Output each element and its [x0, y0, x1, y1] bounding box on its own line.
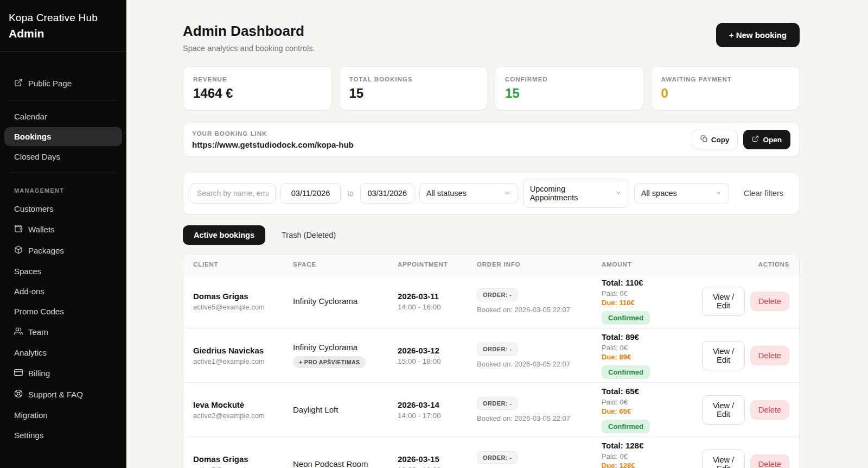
bookings-tabs: Active bookings Trash (Deleted) [183, 225, 800, 245]
column-header-order-info: ORDER INFO [477, 261, 602, 268]
sidebar-item-packages[interactable]: Packages [4, 241, 122, 261]
chevron-down-icon [610, 189, 622, 198]
stat-value: 1464 € [193, 86, 322, 101]
page-title: Admin Dashboard [183, 23, 315, 40]
delete-button[interactable]: Delete [750, 400, 789, 420]
view-edit-button[interactable]: View / Edit [702, 450, 745, 468]
brand: Kopa Creative Hub Admin [0, 0, 126, 52]
sidebar-item-label: Packages [28, 246, 64, 255]
page-subtitle: Space analytics and booking controls. [183, 44, 315, 53]
sidebar-item-bookings[interactable]: Bookings [4, 127, 122, 146]
sidebar-item-analytics[interactable]: Analytics [4, 343, 122, 362]
sidebar-item-label: Analytics [14, 348, 47, 357]
date-to-input[interactable] [360, 183, 414, 204]
space-name: Daylight Loft [293, 405, 398, 414]
wallet-icon [14, 224, 23, 235]
sidebar: Kopa Creative Hub Admin Public Page Cale… [0, 0, 126, 468]
tab-trash-deleted[interactable]: Trash (Deleted) [273, 225, 344, 245]
delete-button[interactable]: Delete [750, 346, 789, 365]
sidebar-item-customers[interactable]: Customers [4, 199, 122, 218]
stat-label: TOTAL BOOKINGS [349, 76, 478, 83]
clear-filters-button[interactable]: Clear filters [744, 189, 783, 198]
status-filter-select[interactable]: All statuses [419, 183, 518, 204]
client-email: active1@example.com [193, 357, 293, 365]
space-name: Infinity Cyclorama [293, 343, 398, 352]
sidebar-item-migration[interactable]: Migration [4, 406, 122, 425]
sidebar-item-wallets[interactable]: Wallets [4, 219, 122, 239]
sidebar-item-calendar[interactable]: Calendar [4, 107, 122, 126]
amount-paid: Paid: 0€ [602, 452, 702, 460]
delete-button[interactable]: Delete [750, 454, 789, 468]
team-icon [14, 327, 23, 337]
open-link-button[interactable]: Open [743, 130, 790, 149]
sidebar-nav: Public Page Calendar Bookings Closed Day… [0, 52, 126, 445]
client-email: active2@example.com [193, 412, 293, 420]
chevron-down-icon [499, 189, 511, 198]
chevron-down-icon [710, 189, 722, 198]
table-row: Ieva Mockutė active2@example.com Dayligh… [183, 383, 799, 437]
booked-on-text: Booked on: 2026-03-05 22:07 [477, 414, 602, 422]
client-name: Ieva Mockutė [193, 400, 293, 409]
view-edit-button[interactable]: View / Edit [702, 341, 745, 370]
sidebar-item-label: Spaces [14, 267, 41, 276]
search-input[interactable] [190, 183, 276, 204]
delete-button[interactable]: Delete [750, 292, 789, 311]
external-link-icon [752, 135, 759, 144]
management-section-label: MANAGEMENT [4, 180, 122, 199]
sidebar-item-label: Wallets [28, 225, 55, 234]
date-from-input[interactable] [280, 183, 341, 204]
space-name: Infinity Cyclorama [293, 296, 398, 306]
booked-on-text: Booked on: 2026-03-05 22:07 [477, 360, 602, 368]
sidebar-item-label: Customers [14, 204, 54, 213]
stat-card-revenue: REVENUE 1464 € [183, 66, 332, 110]
table-row: Domas Grigas active5@example.com Neon Po… [183, 437, 799, 468]
appointment-date: 2026-03-11 [398, 292, 477, 301]
status-badge: Confirmed [602, 311, 650, 325]
client-name: Domas Grigas [193, 292, 293, 301]
space-filter-select[interactable]: All spaces [634, 183, 729, 204]
sidebar-item-team[interactable]: Team [4, 322, 122, 342]
sidebar-item-promo-codes[interactable]: Promo Codes [4, 302, 122, 321]
sidebar-item-spaces[interactable]: Spaces [4, 262, 122, 281]
sidebar-item-label: Closed Days [14, 152, 60, 161]
date-range-to-label: to [346, 189, 355, 198]
sidebar-item-label: Billing [28, 369, 50, 378]
time-filter-select[interactable]: Upcoming Appointments [523, 179, 629, 208]
sidebar-item-public-page[interactable]: Public Page [4, 73, 122, 93]
amount-total: Total: 128€ [602, 441, 702, 450]
sidebar-item-billing[interactable]: Billing [4, 363, 122, 383]
time-filter-value: Upcoming Appointments [530, 185, 610, 202]
amount-due: Due: 65€ [602, 407, 702, 415]
stat-card-awaiting-payment: AWAITING PAYMENT 0 [651, 66, 800, 110]
billing-icon [14, 368, 23, 378]
client-email: active5@example.com [193, 303, 293, 311]
sidebar-item-label: Public Page [28, 79, 72, 88]
appointment-time: 14:00 - 17:00 [398, 412, 477, 420]
amount-paid: Paid: 0€ [602, 289, 702, 298]
tab-active-bookings[interactable]: Active bookings [183, 225, 265, 245]
sidebar-item-settings[interactable]: Settings [4, 426, 122, 445]
client-name: Giedrius Navickas [193, 346, 293, 355]
copy-icon [700, 135, 707, 144]
client-email: active5@example.com [193, 466, 293, 468]
sidebar-item-closed-days[interactable]: Closed Days [4, 147, 122, 166]
new-booking-button[interactable]: + New booking [716, 23, 800, 47]
appointment-time: 15:00 - 18:00 [398, 357, 477, 365]
copy-link-button[interactable]: Copy [692, 130, 738, 149]
order-badge: ORDER: - [477, 397, 518, 410]
stat-label: AWAITING PAYMENT [661, 76, 790, 83]
view-edit-button[interactable]: View / Edit [702, 395, 745, 425]
divider [10, 173, 117, 173]
brand-admin-label: Admin [9, 27, 118, 40]
view-edit-button[interactable]: View / Edit [702, 287, 745, 316]
appointment-time: 14:00 - 16:00 [398, 303, 477, 311]
stat-label: REVENUE [193, 76, 322, 83]
sidebar-item-add-ons[interactable]: Add-ons [4, 282, 122, 301]
copy-button-label: Copy [711, 136, 730, 144]
sidebar-item-support-faq[interactable]: Support & FAQ [4, 384, 122, 404]
booking-link-label: YOUR BOOKING LINK [192, 130, 354, 137]
space-name: Neon Podcast Room [293, 459, 398, 468]
stat-value: 15 [349, 86, 478, 101]
booking-link-url: https://www.getstudiodock.com/kopa-hub [192, 140, 354, 149]
column-header-space: SPACE [293, 261, 398, 268]
